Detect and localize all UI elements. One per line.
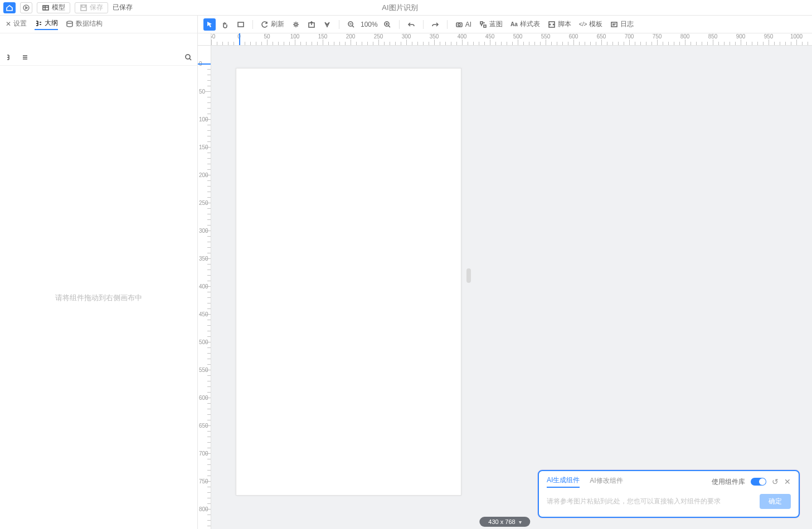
separator [447, 20, 448, 29]
scroll-handle[interactable] [466, 268, 471, 283]
svg-point-11 [458, 23, 460, 26]
use-lib-label: 使用组件库 [712, 477, 745, 487]
use-lib-toggle[interactable] [751, 478, 766, 486]
refresh-label: 刷新 [271, 19, 284, 29]
canvas-page[interactable] [236, 68, 461, 496]
tab-datastruct-label: 数据结构 [76, 19, 103, 28]
save-button[interactable]: 保存 [75, 2, 108, 13]
ruler-corner [198, 33, 211, 46]
zoom-in[interactable] [381, 18, 393, 31]
confirm-button[interactable]: 确定 [760, 494, 791, 509]
svg-rect-12 [480, 22, 483, 24]
ai-label: AI [465, 21, 471, 28]
close-icon[interactable]: ✕ [784, 477, 791, 486]
tab-outline[interactable]: 大纲 [35, 18, 58, 30]
pointer-icon [206, 21, 213, 28]
export-icon [308, 21, 315, 28]
ai-tab-modify[interactable]: AI修改组件 [590, 476, 623, 487]
home-button[interactable] [3, 2, 16, 13]
workspace: ✕ 设置 大纲 数据结构 请将组件拖动到右侧画布中 [0, 16, 812, 529]
log-icon [610, 21, 618, 28]
play-icon [22, 4, 30, 12]
stylesheet-button[interactable]: Aa样式表 [508, 19, 542, 29]
refresh-button[interactable]: 刷新 [259, 19, 286, 29]
tab-settings[interactable]: ✕ 设置 [6, 19, 27, 30]
left-placeholder: 请将组件拖动到右侧画布中 [0, 67, 197, 529]
refresh-icon [261, 21, 269, 28]
code-icon: </> [579, 21, 587, 27]
size-label: 430 x 768 [488, 518, 515, 525]
list-icon[interactable] [21, 53, 29, 61]
ai-tabs: AI生成组件 AI修改组件 使用组件库 ↺ ✕ [547, 476, 791, 488]
svg-rect-15 [611, 22, 617, 27]
v-icon [323, 21, 331, 28]
canvas-area[interactable] [211, 46, 812, 529]
script-button[interactable]: 脚本 [546, 19, 573, 29]
ai-prompt-input[interactable] [547, 493, 754, 509]
script-icon [548, 21, 556, 28]
home-icon [6, 4, 13, 12]
blueprint-button[interactable]: 蓝图 [477, 19, 505, 29]
export-button[interactable] [305, 18, 318, 31]
v-button[interactable] [321, 18, 333, 31]
ai-tab-generate[interactable]: AI生成组件 [547, 476, 580, 488]
separator [339, 20, 339, 29]
hand-icon [221, 21, 229, 28]
tree-icon [35, 19, 42, 27]
run-button[interactable] [20, 2, 32, 13]
history-icon[interactable]: ↺ [772, 477, 779, 486]
svg-point-3 [67, 21, 72, 23]
saved-status: 已保存 [113, 3, 133, 12]
zoom-out-icon [347, 21, 355, 28]
stylesheet-label: 样式表 [520, 19, 540, 29]
zoom-in-icon [383, 21, 391, 28]
save-label: 保存 [90, 3, 103, 12]
camera-icon [455, 21, 463, 28]
svg-rect-1 [43, 6, 48, 10]
canvas-panel: 刷新 100% AI 蓝图 Aa样式表 脚本 </>模板 日志 -5005010… [198, 16, 812, 529]
tab-datastruct[interactable]: 数据结构 [66, 19, 103, 30]
model-label: 模型 [52, 3, 65, 12]
tab-outline-label: 大纲 [45, 18, 58, 28]
svg-rect-5 [238, 22, 244, 27]
svg-point-4 [186, 55, 190, 59]
search-icon[interactable] [184, 53, 192, 61]
svg-rect-13 [484, 25, 486, 27]
pointer-tool[interactable] [203, 18, 216, 31]
separator [252, 20, 253, 29]
ai-popup: AI生成组件 AI修改组件 使用组件库 ↺ ✕ 确定 [538, 470, 800, 518]
template-button[interactable]: </>模板 [577, 19, 605, 29]
separator [399, 20, 400, 29]
topbar: 模型 保存 已保存 AI图片识别 [0, 0, 812, 16]
rulers: -500501001502002503003504004505005506006… [198, 33, 812, 529]
grid-icon [42, 4, 50, 12]
ruler-vertical[interactable]: 0501001502002503003504004505005506006507… [198, 46, 211, 529]
tab-settings-label: 设置 [13, 19, 27, 28]
undo[interactable] [405, 18, 417, 31]
database-icon [66, 20, 74, 28]
size-pill[interactable]: 430 x 768 ▾ [479, 517, 530, 527]
gear-button[interactable] [290, 18, 302, 31]
panel-toolbar [0, 49, 198, 66]
expand-tree-icon[interactable] [6, 53, 13, 61]
blueprint-label: 蓝图 [489, 19, 503, 29]
ruler-horizontal[interactable]: -500501001502002503003504004505005506006… [211, 33, 812, 46]
side-tabs: ✕ 设置 大纲 数据结构 [0, 16, 197, 33]
svg-point-6 [295, 23, 297, 26]
zoom-level[interactable]: 100% [361, 21, 378, 28]
rect-tool[interactable] [235, 18, 247, 31]
template-label: 模板 [589, 19, 602, 29]
canvas-toolbar: 刷新 100% AI 蓝图 Aa样式表 脚本 </>模板 日志 [198, 16, 812, 33]
wrench-icon: ✕ [6, 20, 11, 28]
log-label: 日志 [620, 19, 634, 29]
hand-tool[interactable] [219, 18, 231, 31]
zoom-out[interactable] [345, 18, 357, 31]
redo[interactable] [429, 18, 441, 31]
aa-icon: Aa [510, 21, 518, 27]
model-button[interactable]: 模型 [37, 2, 70, 13]
undo-icon [407, 21, 415, 28]
left-panel: ✕ 设置 大纲 数据结构 请将组件拖动到右侧画布中 [0, 16, 198, 529]
log-button[interactable]: 日志 [608, 19, 636, 29]
ai-button[interactable]: AI [453, 21, 474, 28]
redo-icon [431, 21, 439, 28]
